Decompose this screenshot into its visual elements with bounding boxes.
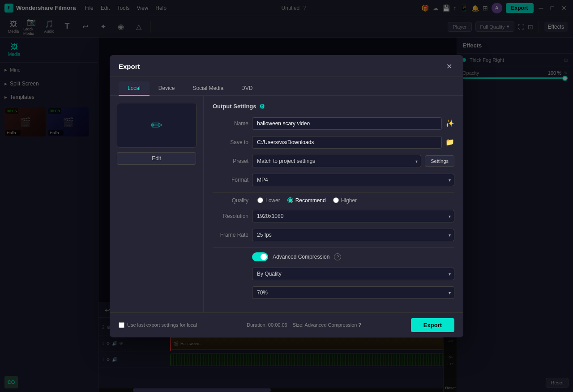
footer-left: Use last export settings for local — [119, 322, 197, 328]
filmora-thumb-icon: ✏ — [151, 117, 163, 134]
last-export-label: Use last export settings for local — [127, 322, 197, 328]
format-row: Format MP4 MOV AVI — [213, 174, 454, 186]
name-input[interactable] — [252, 117, 442, 130]
settings-button[interactable]: Settings — [425, 155, 454, 167]
dialog-footer: Use last export settings for local Durat… — [110, 312, 463, 337]
name-label: Name — [213, 120, 248, 127]
advanced-compression-label: Advanced Compression — [273, 254, 329, 260]
quality-label: Quality — [213, 197, 248, 204]
divider-1 — [213, 192, 454, 193]
save-to-label: Save to — [213, 139, 248, 145]
size-help-icon[interactable]: ? — [358, 322, 361, 328]
preset-row: Preset Match to project settings Setting… — [213, 155, 454, 167]
last-export-checkbox[interactable] — [119, 322, 124, 328]
quality-higher-radio[interactable] — [333, 197, 339, 203]
format-select[interactable]: MP4 MOV AVI — [252, 174, 454, 186]
resolution-select-wrapper: 1920x1080 1280x720 720x480 — [252, 210, 454, 222]
resolution-label: Resolution — [213, 213, 248, 219]
name-row: Name ✨ — [213, 117, 454, 130]
size-label: Size: Advanced Compression ? — [293, 322, 361, 328]
browse-folder-button[interactable]: 📁 — [445, 138, 454, 146]
dialog-header: Export ✕ — [110, 55, 463, 77]
settings-side: Output Settings ⚙ Name ✨ Save to 📁 — [204, 96, 463, 312]
footer-info: Duration: 00:00:06 Size: Advanced Compre… — [247, 322, 361, 328]
frame-rate-row: Frame Rate 25 fps 30 fps 60 fps — [213, 229, 454, 241]
quality-recommend-radio[interactable] — [287, 197, 293, 203]
preview-side: ✏ Edit — [110, 96, 204, 312]
quality-lower-label: Lower — [265, 197, 280, 204]
percent-row: 70% 80% 90% 100% — [213, 286, 454, 299]
dialog-close-button[interactable]: ✕ — [444, 61, 454, 72]
export-dialog: Export ✕ Local Device Social Media DVD ✏… — [110, 55, 463, 337]
quality-lower-radio[interactable] — [257, 197, 263, 203]
last-export-checkbox-label[interactable]: Use last export settings for local — [119, 322, 197, 328]
percent-select-wrapper: 70% 80% 90% 100% — [252, 286, 454, 299]
advanced-compression-help-icon[interactable]: ? — [334, 253, 341, 260]
frame-rate-select[interactable]: 25 fps 30 fps 60 fps — [252, 229, 454, 241]
quality-recommend-option[interactable]: Recommend — [287, 197, 326, 204]
output-settings-label: Output Settings — [213, 103, 257, 110]
advanced-compression-toggle[interactable] — [252, 252, 268, 261]
tab-dvd[interactable]: DVD — [232, 81, 261, 96]
modal-backdrop: Export ✕ Local Device Social Media DVD ✏… — [0, 0, 573, 392]
frame-rate-label: Frame Rate — [213, 232, 248, 238]
preview-thumbnail: ✏ — [117, 103, 197, 148]
size-key: Size: — [293, 322, 304, 328]
quality-recommend-label: Recommend — [295, 197, 326, 204]
tab-local[interactable]: Local — [119, 81, 150, 96]
duration-label: Duration: 00:00:06 — [247, 322, 287, 328]
by-quality-select-wrapper: By Quality By Size By Bitrate — [252, 268, 454, 280]
by-quality-row: By Quality By Size By Bitrate — [213, 268, 454, 280]
by-quality-select[interactable]: By Quality By Size By Bitrate — [252, 268, 454, 280]
tab-social-media[interactable]: Social Media — [184, 81, 232, 96]
format-label: Format — [213, 177, 248, 183]
edit-button[interactable]: Edit — [117, 152, 196, 165]
size-value: Advanced Compression — [305, 322, 357, 328]
quality-higher-label: Higher — [341, 197, 357, 204]
quality-row: Quality Lower Recommend Higher — [213, 197, 454, 204]
quality-radio-group: Lower Recommend Higher — [257, 197, 357, 204]
footer-export-button[interactable]: Export — [411, 318, 454, 332]
preset-label: Preset — [213, 158, 248, 164]
quality-lower-option[interactable]: Lower — [257, 197, 280, 204]
output-settings-help-icon[interactable]: ⚙ — [259, 103, 265, 110]
dialog-title: Export — [119, 63, 140, 70]
ai-rename-button[interactable]: ✨ — [445, 119, 454, 128]
duration-value: 00:00:06 — [268, 322, 287, 328]
dialog-tabs: Local Device Social Media DVD — [110, 77, 463, 96]
format-select-wrapper: MP4 MOV AVI — [252, 174, 454, 186]
output-settings-header: Output Settings ⚙ — [213, 103, 454, 110]
resolution-row: Resolution 1920x1080 1280x720 720x480 — [213, 210, 454, 222]
percent-select[interactable]: 70% 80% 90% 100% — [252, 286, 454, 299]
quality-higher-option[interactable]: Higher — [333, 197, 357, 204]
save-to-row: Save to 📁 — [213, 136, 454, 149]
preset-select-wrapper: Match to project settings — [252, 155, 421, 167]
advanced-compression-row: Advanced Compression ? — [252, 252, 454, 261]
divider-2 — [213, 247, 454, 248]
dialog-body: ✏ Edit Output Settings ⚙ Name ✨ Sav — [110, 96, 463, 312]
tab-device[interactable]: Device — [150, 81, 184, 96]
frame-rate-select-wrapper: 25 fps 30 fps 60 fps — [252, 229, 454, 241]
save-to-input[interactable] — [252, 136, 442, 149]
duration-key: Duration: — [247, 322, 267, 328]
resolution-select[interactable]: 1920x1080 1280x720 720x480 — [252, 210, 454, 222]
preset-select[interactable]: Match to project settings — [252, 155, 421, 167]
